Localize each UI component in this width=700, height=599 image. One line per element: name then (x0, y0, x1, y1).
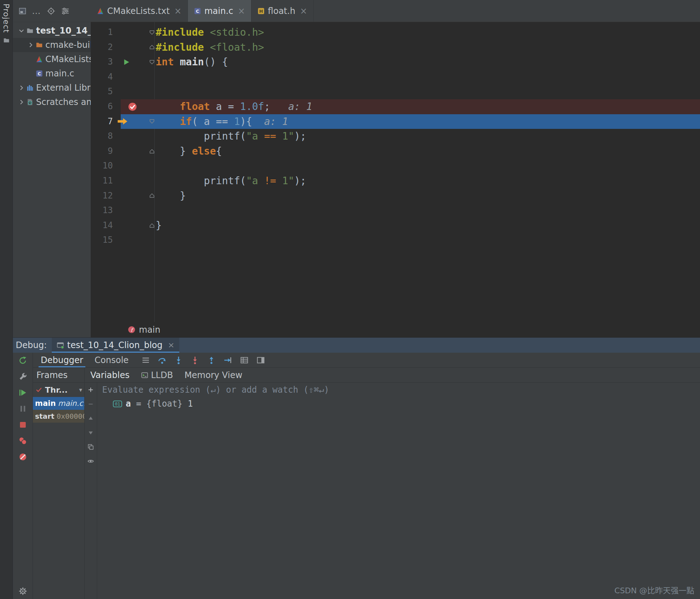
debug-tab-lldb[interactable]: LLDB (135, 368, 179, 382)
close-icon[interactable]: × (300, 7, 307, 15)
copy-icon[interactable] (88, 444, 94, 450)
line-number[interactable]: 14 (91, 218, 121, 233)
wrench-icon[interactable] (19, 372, 27, 381)
line-number[interactable]: 4 (91, 70, 121, 85)
code-text[interactable]: } (156, 190, 186, 202)
ellipsis-menu-icon[interactable]: … (33, 7, 41, 15)
line-number[interactable]: 6 (91, 99, 121, 114)
debug-tab-variables[interactable]: Variables (85, 368, 135, 382)
resume-icon[interactable] (19, 388, 27, 397)
target-icon[interactable] (47, 7, 55, 15)
force-step-into-icon[interactable] (191, 356, 199, 364)
thread-selector[interactable]: Thr... ▾ (33, 383, 84, 397)
line-number[interactable]: 7 (91, 114, 121, 129)
step-into-icon[interactable] (174, 356, 183, 364)
gear-icon[interactable] (19, 587, 27, 595)
project-tree-item[interactable]: Scratches and Consoles (13, 95, 91, 109)
line-number[interactable]: 8 (91, 129, 121, 144)
code-text[interactable]: float a = 1.0f; a: 1 (156, 101, 312, 112)
line-number[interactable]: 9 (91, 144, 121, 159)
fold-open-icon[interactable] (149, 119, 155, 125)
stop-icon[interactable] (19, 421, 27, 429)
editor-tab-main.c[interactable]: Cmain.c× (188, 0, 251, 22)
line-number[interactable]: 11 (91, 173, 121, 188)
project-tree-item[interactable]: cmake-build-debug (13, 38, 91, 52)
debug-tab-debugger[interactable]: Debugger (35, 353, 89, 367)
watches-toolbar (85, 383, 97, 599)
project-tree: test_10_14_Clion_blogcmake-build-debugCM… (13, 22, 91, 109)
options-icon[interactable] (61, 7, 69, 15)
evaluate-expression-row[interactable]: Evaluate expression (↵) or add a watch (… (97, 383, 700, 397)
tab-label: Memory View (184, 370, 242, 380)
line-number[interactable]: 15 (91, 233, 121, 248)
debug-session-tab[interactable]: test_10_14_Clion_blog × (52, 338, 179, 353)
window-icon[interactable] (19, 7, 26, 15)
project-tree-item[interactable]: test_10_14_Clion_blog (13, 24, 91, 38)
eye-icon[interactable] (88, 458, 94, 464)
close-icon[interactable]: × (238, 7, 245, 15)
layout-icon[interactable] (256, 356, 265, 364)
code-text[interactable]: #include <stdio.h> (156, 26, 264, 38)
tab-label: main.c (204, 6, 233, 16)
arrow-up-icon[interactable] (88, 415, 94, 422)
close-icon[interactable]: × (174, 7, 181, 15)
stack-frame-start[interactable]: start0x0000000000 (33, 410, 84, 423)
step-over-icon[interactable] (158, 356, 166, 364)
fold-end-icon[interactable] (149, 148, 155, 154)
tab-label: float.h (268, 6, 295, 16)
chevron-right-icon[interactable] (18, 99, 25, 106)
line-number[interactable]: 12 (91, 188, 121, 203)
line-number[interactable]: 13 (91, 203, 121, 218)
fold-end-icon[interactable] (149, 193, 155, 199)
code-text[interactable]: printf("a != 1"); (156, 175, 306, 187)
project-tree-item[interactable]: CMakeLists.txt (13, 52, 91, 66)
project-tree-item[interactable]: External Libraries (13, 81, 91, 95)
code-editor[interactable]: 1#include <stdio.h>2#include <float.h>3i… (91, 22, 700, 322)
debug-tab-console[interactable]: Console (89, 353, 134, 367)
chevron-down-icon[interactable] (18, 27, 25, 34)
mute-bp-icon[interactable] (19, 453, 27, 461)
hamburger-icon[interactable] (141, 356, 150, 364)
close-icon[interactable]: × (168, 341, 174, 349)
debug-content: Thr... ▾ mainmain.c:7start0x0000000000 E… (33, 383, 700, 599)
run-icon[interactable] (123, 59, 130, 66)
editor-tab-float.h[interactable]: Hfloat.h× (251, 0, 314, 22)
exec-arrow-icon[interactable] (117, 117, 128, 125)
line-number[interactable]: 2 (91, 40, 121, 55)
fold-open-icon[interactable] (149, 59, 155, 65)
code-text[interactable]: } else{ (156, 145, 222, 157)
grid-icon[interactable] (240, 356, 249, 364)
code-text[interactable]: } (156, 220, 162, 231)
line-number[interactable]: 10 (91, 158, 121, 173)
code-text[interactable]: printf("a == 1"); (156, 130, 306, 142)
variable-row-a[interactable]: 01a = {float} 1 (97, 397, 700, 411)
fold-open-icon[interactable] (149, 29, 155, 35)
plus-icon[interactable] (88, 387, 94, 393)
editor-tab-CMakeLists.txt[interactable]: CMakeLists.txt× (91, 0, 188, 22)
project-tool-window-button[interactable]: Project (0, 0, 12, 44)
view-bp-icon[interactable] (19, 437, 27, 445)
chevron-right-icon[interactable] (18, 84, 25, 91)
fold-end-icon[interactable] (149, 44, 155, 50)
minus-icon[interactable] (88, 401, 94, 407)
code-text[interactable]: if( a == 1){ a: 1 (156, 116, 288, 127)
chevron-right-icon[interactable] (27, 41, 34, 49)
debug-tab-memory-view[interactable]: Memory View (179, 368, 248, 382)
line-number[interactable]: 3 (91, 55, 121, 70)
stack-frame-main[interactable]: mainmain.c:7 (33, 397, 84, 410)
fold-end-icon[interactable] (149, 222, 155, 228)
breadcrumb-function[interactable]: main (139, 325, 160, 335)
run-to-cursor-icon[interactable] (224, 356, 232, 364)
debug-step-toolbar (141, 353, 265, 367)
line-number[interactable]: 5 (91, 84, 121, 99)
project-tree-item[interactable]: Cmain.c (13, 66, 91, 81)
rerun-icon[interactable] (19, 356, 27, 365)
arrow-down-icon[interactable] (88, 429, 94, 436)
pause-icon[interactable] (19, 404, 27, 413)
breakpoint-check-icon[interactable] (128, 102, 137, 111)
code-text[interactable]: int main() { (156, 56, 228, 68)
tab-frames[interactable]: Frames (33, 368, 85, 382)
code-text[interactable]: #include <float.h> (156, 41, 264, 53)
step-out-icon[interactable] (207, 356, 216, 364)
line-number[interactable]: 1 (91, 25, 121, 40)
